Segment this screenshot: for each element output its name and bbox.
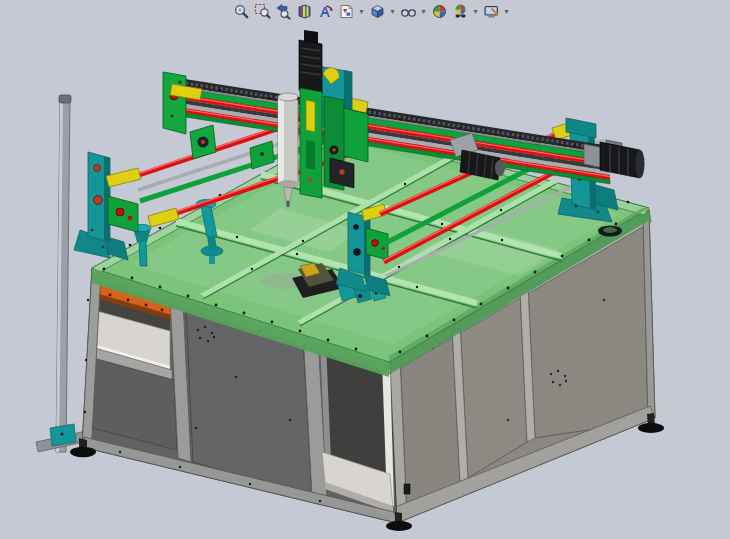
zoom-to-fit-icon[interactable] (231, 2, 251, 22)
zoom-to-area-icon[interactable] (252, 2, 272, 22)
hide-show-items-dropdown-arrow[interactable]: ▾ (419, 2, 428, 22)
annotation-views-icon[interactable] (315, 2, 335, 22)
view-settings-dropdown-arrow[interactable]: ▾ (502, 2, 511, 22)
view-settings-icon[interactable] (481, 2, 501, 22)
display-style-icon[interactable] (367, 2, 387, 22)
heads-up-view-toolbar: ▾ ▾ ▾ (231, 1, 511, 22)
z-motor[interactable] (299, 30, 322, 94)
section-view-icon[interactable] (294, 2, 314, 22)
apply-scene-dropdown-arrow[interactable]: ▾ (471, 2, 480, 22)
machine-assembly[interactable] (0, 0, 730, 539)
display-style-dropdown-arrow[interactable]: ▾ (388, 2, 397, 22)
hide-show-items-icon[interactable] (398, 2, 418, 22)
previous-view-icon[interactable] (273, 2, 293, 22)
edit-appearance-icon[interactable] (429, 2, 449, 22)
view-orientation-icon[interactable] (336, 2, 356, 22)
model-canvas[interactable]: ▾ ▾ ▾ (0, 0, 730, 539)
view-orientation-dropdown-arrow[interactable]: ▾ (357, 2, 366, 22)
table-ring-insert[interactable] (598, 226, 622, 237)
open-compartment-left[interactable] (88, 297, 177, 450)
apply-scene-icon[interactable] (450, 2, 470, 22)
